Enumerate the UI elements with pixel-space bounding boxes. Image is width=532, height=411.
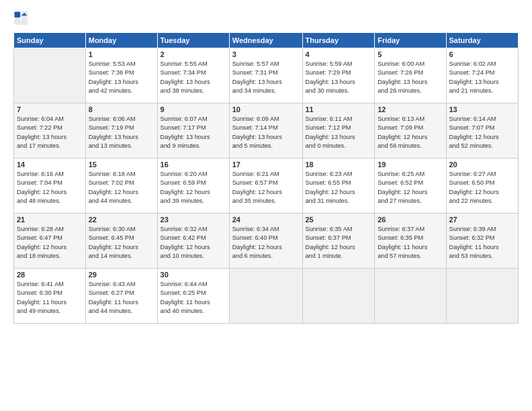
- calendar-cell: 16Sunrise: 6:20 AMSunset: 6:59 PMDayligh…: [157, 158, 229, 214]
- day-number: 23: [161, 216, 226, 224]
- logo: [13, 11, 31, 26]
- day-info: Sunrise: 5:57 AMSunset: 7:31 PMDaylight:…: [232, 60, 300, 95]
- calendar-cell: 23Sunrise: 6:32 AMSunset: 6:42 PMDayligh…: [157, 214, 229, 269]
- day-info: Sunrise: 6:28 AMSunset: 6:47 PMDaylight:…: [17, 225, 83, 261]
- calendar-cell: 27Sunrise: 6:39 AMSunset: 6:32 PMDayligh…: [446, 214, 519, 269]
- day-number: 2: [161, 50, 226, 58]
- calendar-cell: 1Sunrise: 5:53 AMSunset: 7:36 PMDaylight…: [85, 48, 157, 103]
- calendar-header-monday: Monday: [85, 33, 157, 48]
- calendar-cell: 6Sunrise: 6:02 AMSunset: 7:24 PMDaylight…: [446, 48, 519, 103]
- day-info: Sunrise: 6:02 AMSunset: 7:24 PMDaylight:…: [449, 60, 516, 95]
- day-info: Sunrise: 6:09 AMSunset: 7:14 PMDaylight:…: [232, 115, 300, 150]
- day-info: Sunrise: 6:32 AMSunset: 6:42 PMDaylight:…: [161, 225, 226, 261]
- calendar-cell: [302, 269, 375, 324]
- day-number: 30: [161, 271, 226, 279]
- day-number: 27: [449, 216, 516, 224]
- calendar-cell: 19Sunrise: 6:25 AMSunset: 6:52 PMDayligh…: [375, 158, 446, 214]
- calendar-cell: 12Sunrise: 6:13 AMSunset: 7:09 PMDayligh…: [375, 103, 446, 158]
- calendar-week-row: 14Sunrise: 6:16 AMSunset: 7:04 PMDayligh…: [14, 158, 519, 214]
- calendar-cell: 30Sunrise: 6:44 AMSunset: 6:25 PMDayligh…: [157, 269, 229, 324]
- calendar-week-row: 21Sunrise: 6:28 AMSunset: 6:47 PMDayligh…: [14, 214, 519, 269]
- day-number: 20: [449, 161, 516, 169]
- calendar-cell: 26Sunrise: 6:37 AMSunset: 6:35 PMDayligh…: [375, 214, 446, 269]
- calendar-cell: 8Sunrise: 6:06 AMSunset: 7:19 PMDaylight…: [85, 103, 157, 158]
- day-info: Sunrise: 6:27 AMSunset: 6:50 PMDaylight:…: [449, 170, 516, 205]
- calendar-week-row: 7Sunrise: 6:04 AMSunset: 7:22 PMDaylight…: [14, 103, 519, 158]
- day-info: Sunrise: 6:39 AMSunset: 6:32 PMDaylight:…: [449, 225, 516, 261]
- calendar-cell: 15Sunrise: 6:18 AMSunset: 7:02 PMDayligh…: [85, 158, 157, 214]
- svg-rect-2: [14, 19, 20, 25]
- day-number: 10: [232, 105, 300, 113]
- day-info: Sunrise: 6:13 AMSunset: 7:09 PMDaylight:…: [378, 115, 443, 150]
- page-header: [13, 11, 519, 26]
- day-info: Sunrise: 6:06 AMSunset: 7:19 PMDaylight:…: [89, 115, 154, 150]
- calendar-week-row: 28Sunrise: 6:41 AMSunset: 6:30 PMDayligh…: [14, 269, 519, 324]
- day-number: 28: [17, 271, 83, 279]
- calendar-header-sunday: Sunday: [14, 33, 86, 48]
- day-number: 22: [89, 216, 154, 224]
- day-number: 19: [378, 161, 443, 169]
- calendar-cell: 2Sunrise: 5:55 AMSunset: 7:34 PMDaylight…: [157, 48, 229, 103]
- calendar-cell: 3Sunrise: 5:57 AMSunset: 7:31 PMDaylight…: [229, 48, 302, 103]
- calendar-cell: [375, 269, 446, 324]
- day-info: Sunrise: 5:55 AMSunset: 7:34 PMDaylight:…: [161, 60, 226, 95]
- day-number: 8: [89, 105, 154, 113]
- svg-rect-3: [21, 19, 28, 25]
- day-number: 7: [17, 105, 83, 113]
- calendar-cell: 25Sunrise: 6:35 AMSunset: 6:37 PMDayligh…: [302, 214, 375, 269]
- day-info: Sunrise: 6:18 AMSunset: 7:02 PMDaylight:…: [89, 170, 154, 205]
- calendar-week-row: 1Sunrise: 5:53 AMSunset: 7:36 PMDaylight…: [14, 48, 519, 103]
- day-number: 4: [306, 50, 372, 58]
- calendar-cell: 24Sunrise: 6:34 AMSunset: 6:40 PMDayligh…: [229, 214, 302, 269]
- calendar-cell: 13Sunrise: 6:14 AMSunset: 7:07 PMDayligh…: [446, 103, 519, 158]
- calendar-header-friday: Friday: [375, 33, 446, 48]
- day-info: Sunrise: 5:53 AMSunset: 7:36 PMDaylight:…: [89, 60, 154, 95]
- calendar-cell: 9Sunrise: 6:07 AMSunset: 7:17 PMDaylight…: [157, 103, 229, 158]
- day-number: 26: [378, 216, 443, 224]
- day-info: Sunrise: 6:41 AMSunset: 6:30 PMDaylight:…: [17, 280, 83, 316]
- calendar-cell: 10Sunrise: 6:09 AMSunset: 7:14 PMDayligh…: [229, 103, 302, 158]
- day-info: Sunrise: 6:21 AMSunset: 6:57 PMDaylight:…: [232, 170, 300, 205]
- day-number: 29: [89, 271, 154, 279]
- day-info: Sunrise: 6:04 AMSunset: 7:22 PMDaylight:…: [17, 115, 83, 150]
- calendar-cell: [229, 269, 302, 324]
- day-info: Sunrise: 6:16 AMSunset: 7:04 PMDaylight:…: [17, 170, 83, 205]
- svg-rect-0: [14, 11, 20, 17]
- calendar-cell: [14, 48, 86, 103]
- calendar-header-saturday: Saturday: [446, 33, 519, 48]
- calendar-cell: 14Sunrise: 6:16 AMSunset: 7:04 PMDayligh…: [14, 158, 86, 214]
- calendar-cell: 28Sunrise: 6:41 AMSunset: 6:30 PMDayligh…: [14, 269, 86, 324]
- calendar-cell: 7Sunrise: 6:04 AMSunset: 7:22 PMDaylight…: [14, 103, 86, 158]
- day-number: 13: [449, 105, 516, 113]
- day-info: Sunrise: 6:37 AMSunset: 6:35 PMDaylight:…: [378, 225, 443, 261]
- logo-icon: [13, 11, 28, 26]
- day-number: 24: [232, 216, 300, 224]
- day-info: Sunrise: 6:20 AMSunset: 6:59 PMDaylight:…: [161, 170, 226, 205]
- day-number: 17: [232, 161, 300, 169]
- calendar-cell: 20Sunrise: 6:27 AMSunset: 6:50 PMDayligh…: [446, 158, 519, 214]
- calendar-cell: 21Sunrise: 6:28 AMSunset: 6:47 PMDayligh…: [14, 214, 86, 269]
- day-info: Sunrise: 6:07 AMSunset: 7:17 PMDaylight:…: [161, 115, 226, 150]
- day-info: Sunrise: 6:11 AMSunset: 7:12 PMDaylight:…: [306, 115, 372, 150]
- day-info: Sunrise: 5:59 AMSunset: 7:29 PMDaylight:…: [306, 60, 372, 95]
- calendar-cell: 11Sunrise: 6:11 AMSunset: 7:12 PMDayligh…: [302, 103, 375, 158]
- day-number: 1: [89, 50, 154, 58]
- day-number: 21: [17, 216, 83, 224]
- day-info: Sunrise: 6:00 AMSunset: 7:26 PMDaylight:…: [378, 60, 443, 95]
- calendar-table: SundayMondayTuesdayWednesdayThursdayFrid…: [13, 32, 519, 324]
- calendar-header-row: SundayMondayTuesdayWednesdayThursdayFrid…: [14, 33, 519, 48]
- calendar-cell: [446, 269, 519, 324]
- calendar-header-tuesday: Tuesday: [157, 33, 229, 48]
- day-info: Sunrise: 6:35 AMSunset: 6:37 PMDaylight:…: [306, 225, 372, 261]
- calendar-cell: 4Sunrise: 5:59 AMSunset: 7:29 PMDaylight…: [302, 48, 375, 103]
- day-info: Sunrise: 6:23 AMSunset: 6:55 PMDaylight:…: [306, 170, 372, 205]
- day-number: 6: [449, 50, 516, 58]
- day-number: 5: [378, 50, 443, 58]
- day-number: 3: [232, 50, 300, 58]
- day-number: 14: [17, 161, 83, 169]
- calendar-cell: 17Sunrise: 6:21 AMSunset: 6:57 PMDayligh…: [229, 158, 302, 214]
- day-info: Sunrise: 6:43 AMSunset: 6:27 PMDaylight:…: [89, 280, 154, 316]
- day-info: Sunrise: 6:14 AMSunset: 7:07 PMDaylight:…: [449, 115, 516, 150]
- day-number: 11: [306, 105, 372, 113]
- day-info: Sunrise: 6:44 AMSunset: 6:25 PMDaylight:…: [161, 280, 226, 316]
